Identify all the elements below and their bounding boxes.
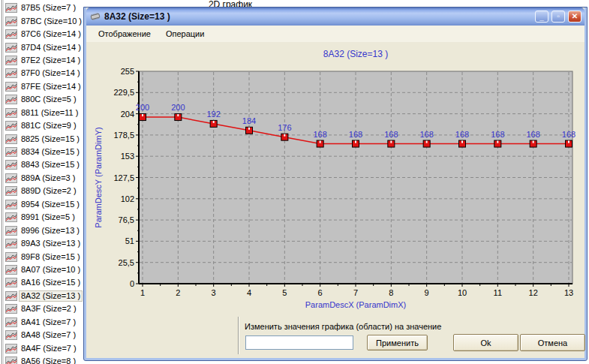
mini-chart-icon (5, 278, 17, 287)
data-point-label: 168 (349, 130, 362, 139)
sidebar-item[interactable]: 89A3 (Size=13 ) (5, 237, 85, 250)
mini-chart-icon (5, 239, 17, 248)
sidebar-item[interactable]: 87BC (Size=10 ) (5, 14, 85, 27)
mini-chart-icon (5, 226, 17, 236)
data-point-label: 168 (491, 130, 504, 139)
sidebar-item[interactable]: 880C (Size=5 ) (5, 93, 85, 106)
x-tick-label: 8 (389, 288, 393, 297)
menu-operations[interactable]: Операции (158, 27, 212, 41)
sidebar-item[interactable]: 8954 (Size=15 ) (5, 198, 85, 211)
mini-chart-icon (5, 68, 17, 78)
chart[interactable]: 8A32 (Size=13 )025,55176,5102127,5153178… (86, 42, 584, 314)
sidebar-item-label: 87BC (Size=10 ) (20, 17, 83, 26)
sidebar-item-label: 8996 (Size=13 ) (20, 226, 81, 236)
sidebar-item-label: 889D (Size=2 ) (20, 186, 78, 196)
pane-splitter[interactable] (2, 0, 2, 364)
sidebar-item[interactable]: 8996 (Size=13 ) (5, 224, 85, 236)
chart-dialog: 8A32 (Size=13 ) _ ▫ ✕ Отображение Операц… (84, 8, 587, 360)
sidebar-item[interactable]: 8A07 (Size=10 ) (5, 263, 85, 276)
sidebar-item[interactable]: 8825 (Size=15 ) (5, 132, 85, 145)
y-tick-label: 204 (121, 110, 134, 119)
mini-chart-icon (5, 17, 17, 26)
sidebar-item-label: 87FE (Size=14 ) (20, 82, 83, 92)
sidebar-item-label: 8A48 (Size=7 ) (20, 330, 77, 340)
sidebar-item[interactable]: 87D4 (Size=14 ) (5, 41, 85, 53)
sidebar-item[interactable]: 8991 (Size=5 ) (5, 211, 85, 224)
minimize-icon: _ (536, 14, 548, 21)
value-input[interactable] (245, 335, 353, 350)
mini-chart-icon (5, 304, 17, 314)
mini-chart-icon (5, 265, 17, 275)
mini-chart-icon (5, 317, 17, 327)
mini-chart-icon (5, 330, 17, 340)
sidebar-item-label: 889A (Size=3 ) (20, 173, 77, 183)
sidebar-item[interactable]: 881C (Size=9 ) (5, 119, 85, 132)
y-tick-label: 102 (121, 194, 134, 203)
mini-chart-icon (5, 121, 17, 131)
sidebar-item[interactable]: 87F0 (Size=14 ) (5, 67, 85, 80)
y-tick-label: 0 (130, 279, 134, 288)
sidebar-item[interactable]: 8A3F (Size=2 ) (5, 302, 85, 315)
y-axis-label: ParamDescY (ParamDimY) (94, 127, 103, 227)
x-tick-label: 6 (318, 288, 323, 297)
x-tick-label: 10 (458, 288, 467, 297)
y-tick-label: 153 (121, 152, 134, 161)
sidebar-item-label: 8A3F (Size=2 ) (20, 304, 78, 314)
menu-display[interactable]: Отображение (91, 27, 158, 41)
y-tick-label: 76,5 (119, 215, 134, 224)
mini-chart-icon (5, 108, 17, 118)
sidebar-item-label: 8843 (Size=15 ) (20, 160, 81, 170)
sidebar-item[interactable]: 8811 (Size=11 ) (5, 107, 85, 119)
sidebar-item[interactable]: 87FE (Size=14 ) (5, 80, 85, 93)
sidebar-item[interactable]: 8A16 (Size=15 ) (5, 276, 85, 289)
mini-chart-icon (5, 200, 17, 209)
sidebar-item[interactable]: 87E2 (Size=14 ) (5, 54, 85, 67)
data-point-label: 168 (455, 130, 469, 139)
mini-chart-icon (5, 56, 17, 65)
sidebar-item[interactable]: 8A56 (Size=8 ) (5, 355, 85, 364)
sidebar-item-label: 8A41 (Size=7 ) (20, 317, 77, 327)
mini-chart-icon (5, 147, 17, 157)
data-point-label: 168 (526, 130, 539, 139)
apply-button[interactable]: Применить (367, 335, 428, 350)
sidebar-item[interactable]: 8A48 (Size=7 ) (5, 329, 85, 341)
sidebar-item[interactable]: 87B5 (Size=7 ) (5, 2, 85, 14)
mini-chart-icon (5, 186, 17, 196)
sidebar-item-label: 87E2 (Size=14 ) (20, 56, 82, 65)
close-button[interactable]: ✕ (568, 11, 581, 23)
mini-chart-icon (5, 43, 17, 53)
x-tick-label: 11 (494, 288, 502, 297)
sidebar-item[interactable]: 8A4F (Size=7 ) (5, 341, 85, 354)
y-tick-label: 255 (121, 67, 134, 76)
x-axis-label: ParamDescX (ParamDimX) (305, 300, 406, 309)
sidebar-item[interactable]: 889D (Size=2 ) (5, 185, 85, 197)
x-tick-label: 13 (564, 288, 573, 297)
sidebar-item[interactable]: 889A (Size=3 ) (5, 172, 85, 185)
x-tick-label: 5 (282, 288, 287, 297)
sidebar-item-label: 8991 (Size=5 ) (20, 212, 77, 222)
sidebar-item[interactable]: 8843 (Size=15 ) (5, 158, 85, 171)
sidebar-item-label: 8954 (Size=15 ) (20, 200, 81, 209)
ok-button[interactable]: Ok (453, 334, 518, 351)
maximize-icon: ▫ (552, 13, 564, 20)
x-tick-label: 4 (247, 288, 251, 297)
footer-panel: Изменить значения графика (области) на з… (86, 314, 584, 358)
data-point-label: 200 (171, 103, 185, 112)
mini-chart-icon (5, 134, 17, 144)
mini-chart-icon (5, 160, 17, 170)
data-point-label: 200 (136, 103, 149, 112)
sidebar-item[interactable]: 8834 (Size=15 ) (5, 146, 85, 158)
dialog-content: 8A32 (Size=13 )025,55176,5102127,5153178… (86, 42, 584, 358)
sidebar-item[interactable]: 87C6 (Size=14 ) (5, 28, 85, 41)
x-tick-label: 1 (140, 288, 145, 297)
sidebar-item-label: 880C (Size=5 ) (20, 95, 78, 104)
minimize-button[interactable]: _ (535, 11, 548, 23)
cancel-button[interactable]: Отмена (520, 334, 585, 351)
x-tick-label: 9 (425, 288, 429, 297)
sidebar-item[interactable]: 8A41 (Size=7 ) (5, 316, 85, 329)
dialog-titlebar[interactable]: 8A32 (Size=13 ) _ ▫ ✕ (86, 8, 584, 26)
sidebar-item[interactable]: 8A32 (Size=13 ) (5, 290, 85, 302)
maximize-button[interactable]: ▫ (551, 11, 565, 23)
x-tick-label: 12 (529, 288, 538, 297)
sidebar-item[interactable]: 89F8 (Size=15 ) (5, 250, 85, 263)
